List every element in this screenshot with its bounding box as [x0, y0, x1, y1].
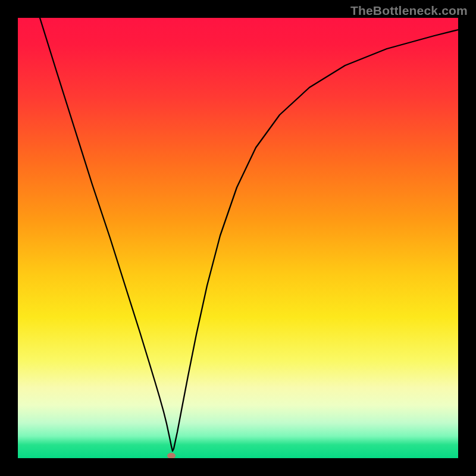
plot-area: [18, 18, 458, 458]
optimum-marker: [167, 453, 176, 458]
watermark-text: TheBottleneck.com: [350, 4, 468, 18]
chart-frame: TheBottleneck.com: [0, 0, 476, 476]
curve-svg: [18, 18, 458, 458]
bottleneck-curve: [40, 18, 458, 451]
